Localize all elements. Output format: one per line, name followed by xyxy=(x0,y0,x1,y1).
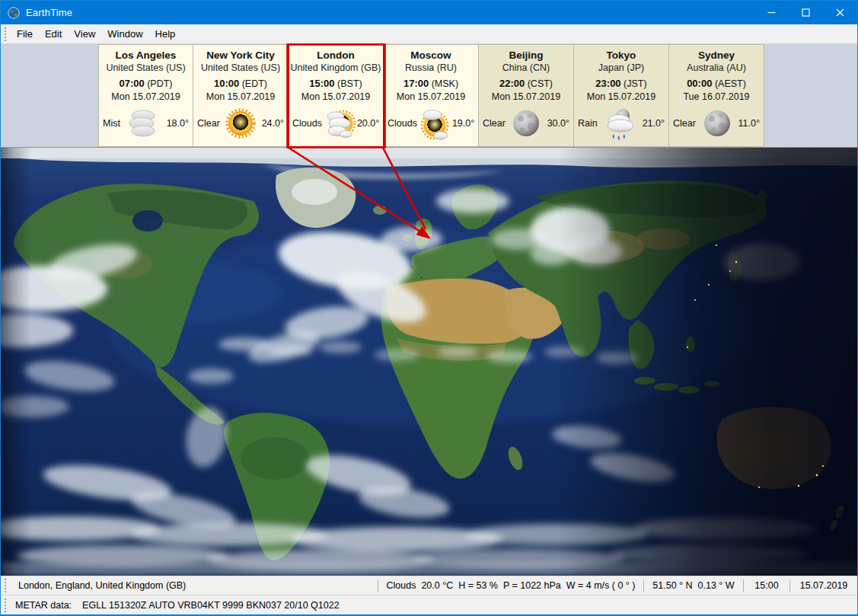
city-name: New York City xyxy=(193,49,288,62)
minimize-button[interactable] xyxy=(754,1,789,24)
weather-condition: Rain xyxy=(578,118,598,129)
moon-icon xyxy=(700,105,735,142)
maximize-button[interactable] xyxy=(789,1,823,24)
weather-temperature: 20.0° xyxy=(357,118,379,129)
city-time: 07:00 xyxy=(119,78,144,89)
weather-condition: Clear xyxy=(483,118,506,129)
menu-bar: File Edit View Window Help xyxy=(1,24,857,44)
statusbar-grip[interactable] xyxy=(4,579,7,592)
weather-temperature: 24.0° xyxy=(262,118,284,129)
city-country: United States (US) xyxy=(193,62,288,74)
city-date: Mon 15.07.2019 xyxy=(384,91,478,103)
status-location: London, England, United Kingdom (GB) xyxy=(11,580,378,591)
city-timezone: (AEST) xyxy=(715,78,746,89)
status-bar: London, England, United Kingdom (GB) Clo… xyxy=(1,576,857,595)
metar-value: EGLL 151320Z AUTO VRB04KT 9999 BKN037 20… xyxy=(72,600,340,611)
city-panel-moscow[interactable]: Moscow Russia (RU) 17:00 (MSK) Mon 15.07… xyxy=(384,44,479,147)
moon-icon xyxy=(509,105,544,142)
city-time: 10:00 xyxy=(214,78,239,89)
city-panel-tokyo[interactable]: Tokyo Japan (JP) 23:00 (JST) Mon 15.07.2… xyxy=(574,44,669,147)
city-date: Mon 15.07.2019 xyxy=(574,91,668,103)
city-name: Sydney xyxy=(669,49,764,62)
city-country: Japan (JP) xyxy=(574,62,668,74)
menu-help[interactable]: Help xyxy=(149,26,182,42)
status-coordinates: 51.50 ° N 0.13 ° W xyxy=(644,580,743,591)
world-map[interactable] xyxy=(1,148,857,576)
city-name: London xyxy=(289,49,383,62)
city-name: Tokyo xyxy=(574,49,668,62)
metarbar-grip[interactable] xyxy=(4,598,7,612)
weather-condition: Clouds xyxy=(292,118,322,129)
city-timezone: (EDT) xyxy=(242,78,267,89)
city-timezone: (CST) xyxy=(528,78,553,89)
city-timezone: (BST) xyxy=(337,78,362,89)
close-button[interactable] xyxy=(823,1,857,24)
city-panel-sydney[interactable]: Sydney Australia (AU) 00:00 (AEST) Tue 1… xyxy=(669,44,764,147)
weather-temperature: 30.0° xyxy=(547,118,569,129)
city-name: Los Angeles xyxy=(99,49,193,62)
city-country: Russia (RU) xyxy=(384,62,478,74)
sun-behind-cloud-icon xyxy=(417,105,452,142)
menu-window[interactable]: Window xyxy=(101,26,148,42)
city-name: Moscow xyxy=(384,49,478,62)
city-country: United States (US) xyxy=(99,62,193,74)
menu-edit[interactable]: Edit xyxy=(39,26,68,42)
city-date: Mon 15.07.2019 xyxy=(99,91,193,103)
title-bar: EarthTime xyxy=(1,1,857,24)
city-clocks-toolbar: Los Angeles United States (US) 07:00 (PD… xyxy=(1,44,857,148)
metar-bar: METAR data: EGLL 151320Z AUTO VRB04KT 99… xyxy=(1,595,857,614)
city-time: 22:00 xyxy=(499,78,525,89)
window-title: EarthTime xyxy=(26,7,754,18)
weather-temperature: 21.0° xyxy=(643,118,665,129)
city-time: 00:00 xyxy=(687,78,712,89)
status-date: 15.07.2019 xyxy=(790,580,857,591)
status-weather: Clouds 20.0 °C H = 53 % P = 1022 hPa W =… xyxy=(378,580,643,591)
city-timezone: (PDT) xyxy=(147,78,172,89)
metar-label: METAR data: xyxy=(11,600,72,611)
city-country: China (CN) xyxy=(479,62,573,74)
city-date: Mon 15.07.2019 xyxy=(193,91,288,103)
menu-grip[interactable] xyxy=(4,27,7,41)
weather-condition: Mist xyxy=(103,118,120,129)
earthtime-window: EarthTime File Edit View Window Help Los… xyxy=(0,0,858,616)
city-date: Mon 15.07.2019 xyxy=(289,91,383,103)
city-time: 17:00 xyxy=(403,78,429,89)
city-panel-london[interactable]: London United Kingdom (GB) 15:00 (BST) M… xyxy=(289,44,384,147)
city-panel-beijing[interactable]: Beijing China (CN) 22:00 (CST) Mon 15.07… xyxy=(479,44,574,147)
menu-view[interactable]: View xyxy=(68,26,101,42)
fog-icon xyxy=(126,105,161,142)
menu-file[interactable]: File xyxy=(11,26,39,42)
city-time: 23:00 xyxy=(595,78,620,89)
night-shadow-overlay xyxy=(1,148,857,576)
weather-condition: Clouds xyxy=(388,118,417,129)
city-timezone: (MSK) xyxy=(432,78,458,89)
city-date: Mon 15.07.2019 xyxy=(479,91,573,103)
rain-cloud-moon-icon xyxy=(602,105,637,142)
city-panel-new-york[interactable]: New York City United States (US) 10:00 (… xyxy=(193,44,289,147)
city-panel-los-angeles[interactable]: Los Angeles United States (US) 07:00 (PD… xyxy=(98,44,193,147)
city-name: Beijing xyxy=(479,49,573,62)
city-timezone: (JST) xyxy=(624,78,647,89)
sun-behind-clouds-icon xyxy=(322,105,357,142)
weather-condition: Clear xyxy=(673,118,696,129)
earth-globe-icon xyxy=(8,7,20,19)
weather-temperature: 11.0° xyxy=(738,118,760,129)
city-country: United Kingdom (GB) xyxy=(289,62,383,74)
weather-temperature: 18.0° xyxy=(167,118,189,129)
weather-temperature: 19.0° xyxy=(452,118,474,129)
status-time: 15:00 xyxy=(744,580,789,591)
sun-icon xyxy=(223,105,258,142)
city-date: Tue 16.07.2019 xyxy=(669,91,764,103)
city-time: 15:00 xyxy=(309,78,334,89)
weather-condition: Clear xyxy=(197,118,220,129)
city-country: Australia (AU) xyxy=(669,62,764,74)
